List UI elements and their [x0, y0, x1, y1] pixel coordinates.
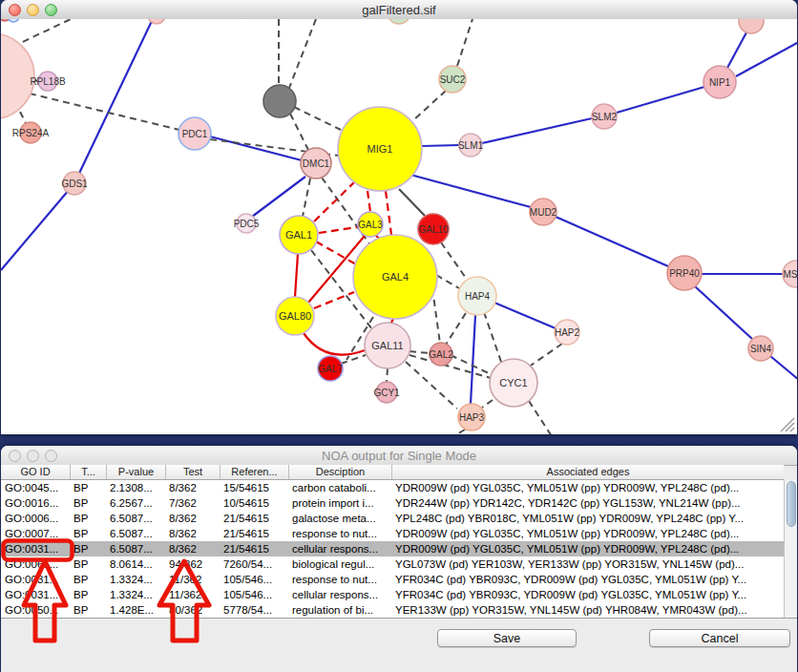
- edge-d[interactable]: [413, 91, 446, 120]
- table-row[interactable]: GO:0006...BP6.5087...8/36221/54615galact…: [1, 511, 784, 526]
- edge-b[interactable]: [770, 356, 797, 380]
- node-NIP1[interactable]: [704, 66, 736, 98]
- table-row[interactable]: GO:0016...BP6.2567...7/36210/54615protei…: [1, 495, 784, 511]
- table-row[interactable]: GO:0007...BP6.5087...8/36221/54615respon…: [1, 526, 784, 541]
- node-RPL18B[interactable]: [38, 72, 57, 91]
- edge-rd[interactable]: [314, 292, 354, 308]
- edge-d[interactable]: [528, 344, 562, 368]
- edge-d[interactable]: [453, 430, 465, 434]
- edge-d[interactable]: [446, 313, 466, 345]
- network-titlebar[interactable]: galFiltered.sif: [1, 0, 797, 20]
- node-GAL2[interactable]: [430, 343, 452, 366]
- vertical-scrollbar[interactable]: [784, 480, 797, 618]
- node-GDS1[interactable]: [63, 172, 86, 195]
- edge-b[interactable]: [494, 303, 556, 328]
- cancel-button[interactable]: Cancel: [649, 629, 790, 647]
- edge-b[interactable]: [617, 87, 704, 113]
- table-row[interactable]: GO:0031...BP6.5087...8/36221/54615cellul…: [1, 541, 784, 556]
- noa-titlebar[interactable]: NOA output for Single Mode: [1, 446, 797, 466]
- edge-b[interactable]: [410, 175, 531, 207]
- edge-d[interactable]: [451, 355, 491, 374]
- node-GAL10[interactable]: [418, 214, 449, 244]
- edge-d[interactable]: [457, 19, 472, 66]
- node-SUC2[interactable]: [439, 66, 466, 93]
- scrollbar-thumb[interactable]: [787, 481, 796, 527]
- node-MUD2[interactable]: [530, 199, 556, 225]
- edge-b[interactable]: [74, 21, 152, 183]
- node-unlabeled[interactable]: [263, 85, 296, 117]
- node-GAL11[interactable]: [365, 323, 410, 368]
- node-unlabeled[interactable]: [739, 19, 764, 33]
- edge-b[interactable]: [252, 177, 305, 217]
- edge-d[interactable]: [20, 112, 26, 123]
- node-PDC1[interactable]: [178, 117, 211, 150]
- edge-g[interactable]: [399, 189, 425, 216]
- edge-d[interactable]: [529, 401, 552, 434]
- edge-d[interactable]: [341, 355, 366, 364]
- edge-b[interactable]: [482, 118, 592, 143]
- edge-d[interactable]: [12, 19, 71, 47]
- column-header[interactable]: Desciption: [288, 465, 391, 479]
- node-GAL4[interactable]: [353, 235, 437, 319]
- node-GCY1[interactable]: [376, 382, 397, 403]
- node-PDC5[interactable]: [237, 214, 256, 233]
- node-GAL1[interactable]: [280, 216, 318, 254]
- column-header[interactable]: P-value: [106, 465, 165, 479]
- edge-b[interactable]: [1, 183, 74, 270]
- node-SLM2[interactable]: [592, 104, 617, 129]
- node-MS[interactable]: [783, 261, 797, 287]
- node-GAL7[interactable]: [318, 356, 343, 381]
- edge-d[interactable]: [303, 178, 310, 217]
- node-HAP3[interactable]: [458, 404, 485, 430]
- node-unlabeled[interactable]: [8, 19, 19, 22]
- node-SIN4[interactable]: [748, 336, 773, 361]
- node-SLM1[interactable]: [459, 134, 482, 157]
- table-header[interactable]: GO IDT...P-valueTestReferen...Desciption…: [1, 465, 784, 480]
- edge-b[interactable]: [695, 286, 752, 339]
- node-GAL80[interactable]: [276, 297, 314, 335]
- node-RPS24A[interactable]: [20, 122, 41, 143]
- save-button[interactable]: Save: [437, 629, 577, 647]
- column-header[interactable]: T...: [70, 465, 106, 479]
- node-unlabeled[interactable]: [1, 33, 34, 119]
- table-row[interactable]: GO:0065...BP8.0614...94/3627260/54...bio…: [1, 556, 784, 572]
- node-unlabeled[interactable]: [388, 19, 410, 24]
- column-header[interactable]: GO ID: [1, 465, 70, 479]
- edge-d[interactable]: [290, 114, 308, 150]
- edge-rd[interactable]: [319, 227, 357, 233]
- table-row[interactable]: GO:0045...BP2.1308...8/36215/54615carbon…: [1, 480, 784, 495]
- column-header[interactable]: Associated edges: [391, 465, 784, 479]
- edge-d[interactable]: [406, 362, 457, 409]
- edge-d[interactable]: [432, 288, 440, 344]
- edge-d[interactable]: [484, 312, 501, 362]
- resize-grip[interactable]: [779, 416, 796, 433]
- edge-d[interactable]: [482, 400, 493, 408]
- edge-rd[interactable]: [368, 191, 370, 212]
- edge-rc[interactable]: [304, 333, 365, 355]
- edge-d[interactable]: [436, 275, 459, 288]
- edge-d[interactable]: [441, 242, 468, 281]
- column-header[interactable]: Test: [165, 465, 220, 479]
- edge-b[interactable]: [736, 42, 797, 76]
- node-MIG1[interactable]: [338, 107, 422, 191]
- edge-d[interactable]: [410, 351, 430, 353]
- edge-d[interactable]: [294, 107, 341, 130]
- edge-b[interactable]: [556, 217, 668, 266]
- edge-b[interactable]: [471, 315, 475, 404]
- column-header[interactable]: Referen...: [220, 465, 288, 479]
- table-row[interactable]: GO:0031...BP1.3324...11/362105/546...res…: [1, 572, 784, 587]
- edge-r[interactable]: [295, 254, 298, 297]
- node-HAP2[interactable]: [555, 320, 579, 345]
- edge-rd[interactable]: [386, 191, 391, 235]
- edge-b[interactable]: [422, 145, 459, 146]
- edge-b[interactable]: [727, 32, 746, 68]
- edge-d[interactable]: [387, 368, 388, 382]
- network-canvas[interactable]: RPL18BRPS24AGDS1PDC1DMC1MIG1SLM1SLM2NIP1…: [1, 19, 797, 434]
- edge-d[interactable]: [289, 19, 316, 88]
- edge-d[interactable]: [30, 94, 179, 130]
- edge-b[interactable]: [210, 136, 302, 160]
- node-HAP4[interactable]: [458, 277, 496, 315]
- table-row[interactable]: GO:0050...BP1.428E...80/3625778/54...reg…: [1, 602, 784, 618]
- table-row[interactable]: GO:0031...BP1.3324...11/362105/546...cel…: [1, 587, 784, 602]
- node-GAL3[interactable]: [358, 212, 383, 237]
